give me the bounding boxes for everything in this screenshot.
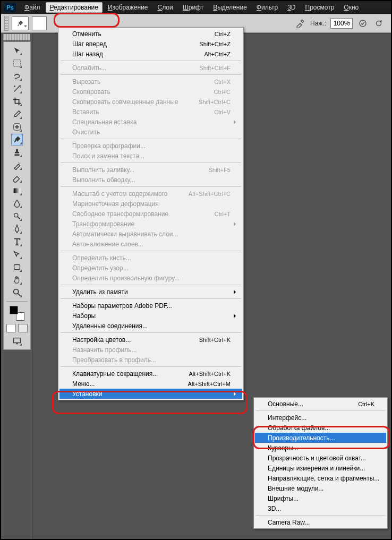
pressure-value[interactable]: 100%: [330, 18, 353, 29]
tool-zoom[interactable]: [11, 287, 23, 298]
tool-rectangle[interactable]: [11, 261, 23, 273]
svg-point-0: [360, 20, 366, 27]
menu-слои[interactable]: Слои: [154, 2, 177, 13]
sidebar-grip[interactable]: [3, 34, 30, 40]
airbrush-toggle-icon[interactable]: [373, 18, 385, 29]
menu-item[interactable]: ОтменитьCtrl+Z: [59, 29, 242, 39]
menu-item-label: Преобразовать в профиль...: [72, 356, 231, 364]
tool-brush[interactable]: [11, 134, 23, 145]
app-logo: Ps: [4, 3, 16, 12]
menu-item[interactable]: Внешние модули...: [255, 483, 386, 493]
menu-item-shortcut: Ctrl+T: [215, 211, 231, 217]
menu-item-label: Направляющие, сетка и фрагменты...: [268, 475, 379, 482]
menu-item[interactable]: Курсоры...: [255, 443, 386, 453]
screen-mode-button[interactable]: [11, 335, 23, 347]
menu-item[interactable]: Клавиатурные сокращения...Alt+Shift+Ctrl…: [59, 368, 242, 379]
menu-фильтр[interactable]: Фильтр: [252, 2, 282, 13]
menu-item: Масштаб с учетом содержимогоAlt+Shift+Ct…: [59, 188, 242, 199]
tool-pen[interactable]: [11, 223, 23, 235]
menu-item[interactable]: Шрифты...: [255, 493, 386, 503]
menu-item[interactable]: Наборы параметров Adobe PDF...: [59, 301, 242, 311]
menu-изображение[interactable]: Изображение: [104, 2, 152, 13]
menu-item[interactable]: Удаленные соединения...: [59, 321, 242, 331]
menu-separator: [256, 410, 385, 411]
menu-item-label: Удаленные соединения...: [72, 322, 231, 330]
menu-файл[interactable]: Файл: [20, 2, 45, 13]
menu-item[interactable]: Прозрачность и цветовой охват...: [255, 453, 386, 463]
menu-item-label: Установки: [72, 390, 231, 398]
menu-окно[interactable]: Окно: [339, 2, 363, 13]
tablet-pressure-icon[interactable]: [357, 18, 369, 29]
menu-item: Выполнить заливку...Shift+F5: [59, 165, 242, 175]
menu-item: Скопировать совмещенные данныеShift+Ctrl…: [59, 97, 242, 107]
options-bar-grip[interactable]: [4, 16, 8, 31]
menu-item-label: Поиск и замена текста...: [72, 152, 231, 160]
menu-item[interactable]: Обработка файлов...: [255, 423, 386, 433]
toolbox: [3, 41, 31, 350]
menu-шрифт[interactable]: Шрифт: [178, 2, 208, 13]
tool-eraser[interactable]: [11, 172, 23, 184]
tool-type[interactable]: [11, 236, 23, 247]
menu-item: Очистить: [59, 127, 242, 137]
menu-item-label: Наборы параметров Adobe PDF...: [72, 302, 231, 310]
tool-stamp[interactable]: [11, 147, 23, 158]
tool-lasso[interactable]: [11, 70, 23, 82]
menu-item-label: 3D...: [268, 505, 374, 512]
tool-crop[interactable]: [11, 96, 23, 107]
menu-item[interactable]: Направляющие, сетка и фрагменты...: [255, 473, 386, 483]
menu-item[interactable]: Настройка цветов...Shift+Ctrl+K: [59, 335, 242, 345]
menu-item[interactable]: 3D...: [255, 503, 386, 513]
edit-menu-dropdown: ОтменитьCtrl+ZШаг впередShift+Ctrl+ZШаг …: [58, 27, 244, 400]
menu-item[interactable]: Шаг впередShift+Ctrl+Z: [59, 39, 242, 49]
airbrush-icon[interactable]: [294, 18, 306, 29]
quick-mask-toggle[interactable]: [6, 324, 28, 332]
menu-редактирование[interactable]: Редактирование: [46, 2, 103, 13]
menu-выделение[interactable]: Выделение: [209, 2, 251, 13]
menu-item[interactable]: Удалить из памяти: [59, 287, 242, 297]
tool-eyedropper[interactable]: [11, 108, 23, 120]
menu-item-shortcut: Ctrl+Z: [215, 31, 231, 37]
menu-item: Автоналожение слоев...: [59, 239, 242, 249]
menu-item-label: Прозрачность и цветовой охват...: [268, 455, 374, 462]
menu-item[interactable]: Единицы измерения и линейки...: [255, 463, 386, 473]
menu-item[interactable]: Производительность...: [255, 433, 386, 443]
tool-gradient[interactable]: [11, 185, 23, 196]
menu-item-label: Вырезать: [72, 78, 214, 85]
tool-history-brush[interactable]: [11, 159, 23, 171]
tool-hand[interactable]: [11, 274, 23, 286]
tool-path-select[interactable]: [11, 248, 23, 260]
menu-item-label: Трансформирование: [72, 220, 231, 228]
menu-item-label: Масштаб с учетом содержимого: [72, 190, 189, 198]
menu-item-label: Специальная вставка: [72, 118, 231, 126]
menu-3d[interactable]: 3D: [283, 2, 300, 13]
menu-item[interactable]: Основные...Ctrl+K: [255, 399, 386, 409]
menu-item[interactable]: Интерфейс...: [255, 413, 386, 423]
menu-separator: [61, 74, 241, 75]
menu-item[interactable]: Установки: [59, 389, 242, 399]
tool-marquee[interactable]: [11, 57, 23, 69]
menu-просмотр[interactable]: Просмотр: [301, 2, 339, 13]
fg-bg-swatch[interactable]: [10, 306, 24, 321]
tool-wand[interactable]: [11, 83, 23, 95]
menu-item: СкопироватьCtrl+C: [59, 87, 242, 97]
brush-icon: [16, 20, 24, 27]
tool-move[interactable]: [11, 45, 23, 56]
tool-heal[interactable]: [11, 121, 23, 133]
pressure-label: Наж.:: [310, 20, 326, 27]
tool-blur[interactable]: [11, 198, 23, 209]
menu-item: Определить произвольную фигуру...: [59, 273, 242, 283]
menu-item[interactable]: Меню...Alt+Shift+Ctrl+M: [59, 379, 242, 389]
brush-preview[interactable]: [32, 16, 47, 30]
menu-item[interactable]: Camera Raw...: [255, 517, 386, 527]
menu-item-shortcut: Ctrl+X: [214, 79, 231, 85]
svg-point-9: [14, 289, 19, 294]
menu-separator: [61, 366, 241, 367]
menu-separator: [61, 186, 241, 187]
tool-dodge[interactable]: [11, 210, 23, 222]
menu-item-label: Автоматически выравнивать слои...: [72, 230, 231, 238]
menu-item-shortcut: Ctrl+C: [214, 89, 231, 95]
tool-preset-picker[interactable]: [12, 16, 29, 30]
menu-item[interactable]: Наборы: [59, 311, 242, 321]
menu-separator: [61, 298, 241, 299]
menu-item[interactable]: Шаг назадAlt+Ctrl+Z: [59, 49, 242, 59]
